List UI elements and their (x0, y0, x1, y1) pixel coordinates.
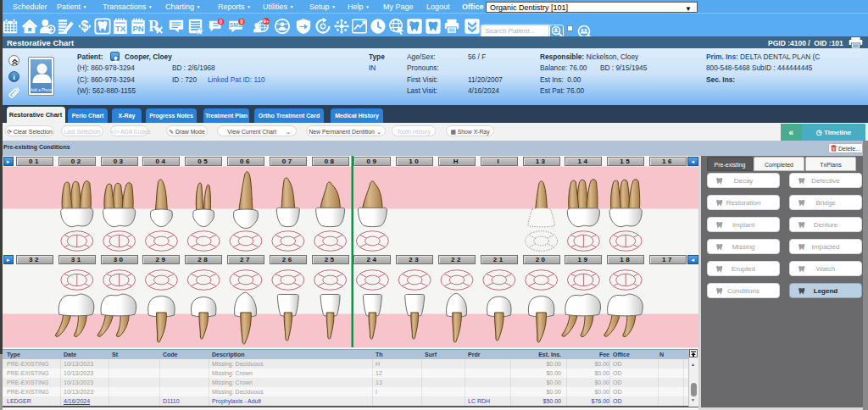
svg-text:TX: TX (115, 24, 126, 33)
svg-text:0: 0 (220, 18, 223, 24)
svg-text:9+: 9+ (264, 19, 270, 24)
svg-text:0: 0 (240, 18, 243, 24)
svg-text:2: 2 (409, 19, 412, 26)
svg-text:PN: PN (132, 24, 143, 33)
